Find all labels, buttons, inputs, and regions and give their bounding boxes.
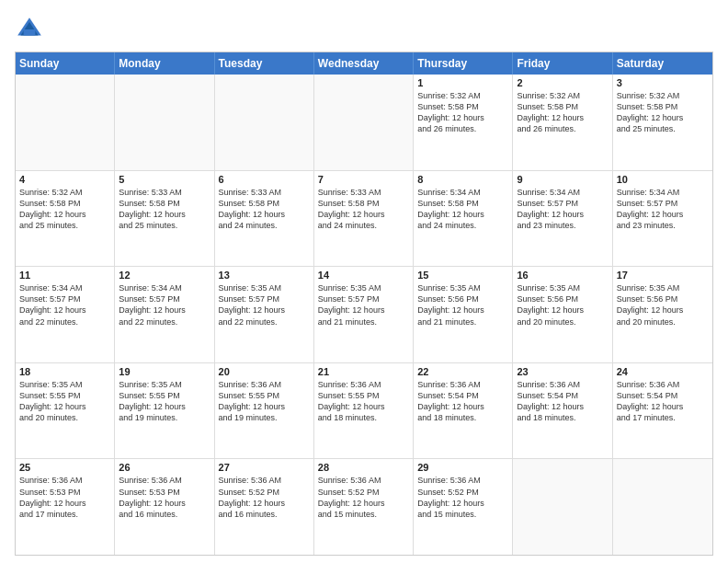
day-info: Sunrise: 5:36 AM Sunset: 5:53 PM Dayligh… bbox=[119, 475, 210, 520]
calendar-body: 1Sunrise: 5:32 AM Sunset: 5:58 PM Daylig… bbox=[16, 75, 712, 555]
day-number: 2 bbox=[517, 77, 608, 88]
weekday-header: Friday bbox=[513, 52, 612, 75]
day-info: Sunrise: 5:34 AM Sunset: 5:57 PM Dayligh… bbox=[119, 282, 210, 327]
calendar-day-cell: 11Sunrise: 5:34 AM Sunset: 5:57 PM Dayli… bbox=[16, 267, 115, 362]
weekday-header: Tuesday bbox=[215, 52, 314, 75]
day-number: 3 bbox=[617, 77, 709, 88]
day-number: 11 bbox=[19, 270, 110, 281]
day-info: Sunrise: 5:34 AM Sunset: 5:57 PM Dayligh… bbox=[19, 282, 110, 327]
day-info: Sunrise: 5:34 AM Sunset: 5:58 PM Dayligh… bbox=[417, 187, 508, 232]
day-info: Sunrise: 5:35 AM Sunset: 5:56 PM Dayligh… bbox=[617, 282, 709, 327]
svg-rect-2 bbox=[24, 29, 36, 35]
day-number: 28 bbox=[318, 462, 409, 473]
day-number: 10 bbox=[617, 174, 709, 185]
calendar-day-cell: 2Sunrise: 5:32 AM Sunset: 5:58 PM Daylig… bbox=[513, 75, 612, 170]
calendar-row: 1Sunrise: 5:32 AM Sunset: 5:58 PM Daylig… bbox=[16, 75, 712, 170]
calendar-day-cell: 17Sunrise: 5:35 AM Sunset: 5:56 PM Dayli… bbox=[613, 267, 712, 362]
day-info: Sunrise: 5:36 AM Sunset: 5:54 PM Dayligh… bbox=[617, 379, 709, 424]
day-number: 21 bbox=[318, 366, 409, 377]
weekday-header: Saturday bbox=[613, 52, 712, 75]
calendar-day-cell: 10Sunrise: 5:34 AM Sunset: 5:57 PM Dayli… bbox=[613, 171, 712, 267]
calendar-empty-cell bbox=[215, 75, 314, 170]
day-number: 15 bbox=[417, 270, 508, 281]
day-number: 14 bbox=[318, 270, 409, 281]
calendar-day-cell: 25Sunrise: 5:36 AM Sunset: 5:53 PM Dayli… bbox=[16, 459, 115, 555]
calendar-day-cell: 24Sunrise: 5:36 AM Sunset: 5:54 PM Dayli… bbox=[613, 363, 712, 459]
day-info: Sunrise: 5:33 AM Sunset: 5:58 PM Dayligh… bbox=[318, 187, 409, 232]
calendar-row: 25Sunrise: 5:36 AM Sunset: 5:53 PM Dayli… bbox=[16, 458, 712, 555]
weekday-header: Thursday bbox=[414, 52, 513, 75]
day-number: 29 bbox=[417, 462, 508, 473]
calendar-empty-cell bbox=[314, 75, 414, 170]
calendar-row: 18Sunrise: 5:35 AM Sunset: 5:55 PM Dayli… bbox=[16, 362, 712, 459]
day-info: Sunrise: 5:36 AM Sunset: 5:52 PM Dayligh… bbox=[318, 475, 409, 520]
day-number: 23 bbox=[517, 366, 608, 377]
calendar-day-cell: 28Sunrise: 5:36 AM Sunset: 5:52 PM Dayli… bbox=[314, 459, 414, 555]
day-info: Sunrise: 5:36 AM Sunset: 5:53 PM Dayligh… bbox=[19, 475, 110, 520]
day-number: 19 bbox=[119, 366, 210, 377]
calendar-day-cell: 22Sunrise: 5:36 AM Sunset: 5:54 PM Dayli… bbox=[414, 363, 513, 459]
day-number: 20 bbox=[219, 366, 310, 377]
calendar-day-cell: 23Sunrise: 5:36 AM Sunset: 5:54 PM Dayli… bbox=[513, 363, 612, 459]
weekday-header: Monday bbox=[115, 52, 214, 75]
calendar-day-cell: 20Sunrise: 5:36 AM Sunset: 5:55 PM Dayli… bbox=[215, 363, 314, 459]
day-number: 6 bbox=[219, 174, 310, 185]
day-info: Sunrise: 5:32 AM Sunset: 5:58 PM Dayligh… bbox=[517, 90, 608, 135]
day-info: Sunrise: 5:33 AM Sunset: 5:58 PM Dayligh… bbox=[219, 187, 310, 232]
day-number: 22 bbox=[417, 366, 508, 377]
day-number: 16 bbox=[517, 270, 608, 281]
calendar-day-cell: 16Sunrise: 5:35 AM Sunset: 5:56 PM Dayli… bbox=[513, 267, 612, 362]
calendar-day-cell: 15Sunrise: 5:35 AM Sunset: 5:56 PM Dayli… bbox=[414, 267, 513, 362]
day-number: 13 bbox=[219, 270, 310, 281]
calendar-day-cell: 13Sunrise: 5:35 AM Sunset: 5:57 PM Dayli… bbox=[215, 267, 314, 362]
page: SundayMondayTuesdayWednesdayThursdayFrid… bbox=[0, 0, 728, 563]
calendar-empty-cell bbox=[613, 459, 712, 555]
calendar-day-cell: 8Sunrise: 5:34 AM Sunset: 5:58 PM Daylig… bbox=[414, 171, 513, 267]
weekday-header: Wednesday bbox=[314, 52, 414, 75]
day-info: Sunrise: 5:32 AM Sunset: 5:58 PM Dayligh… bbox=[417, 90, 508, 135]
day-info: Sunrise: 5:36 AM Sunset: 5:54 PM Dayligh… bbox=[517, 379, 608, 424]
day-number: 24 bbox=[617, 366, 709, 377]
calendar-day-cell: 4Sunrise: 5:32 AM Sunset: 5:58 PM Daylig… bbox=[16, 171, 115, 267]
calendar-day-cell: 26Sunrise: 5:36 AM Sunset: 5:53 PM Dayli… bbox=[115, 459, 214, 555]
calendar-header: SundayMondayTuesdayWednesdayThursdayFrid… bbox=[16, 52, 712, 75]
day-number: 4 bbox=[19, 174, 110, 185]
day-info: Sunrise: 5:32 AM Sunset: 5:58 PM Dayligh… bbox=[19, 187, 110, 232]
logo bbox=[15, 15, 48, 44]
day-info: Sunrise: 5:35 AM Sunset: 5:55 PM Dayligh… bbox=[19, 379, 110, 424]
calendar-day-cell: 9Sunrise: 5:34 AM Sunset: 5:57 PM Daylig… bbox=[513, 171, 612, 267]
day-number: 25 bbox=[19, 462, 110, 473]
day-number: 9 bbox=[517, 174, 608, 185]
calendar-day-cell: 29Sunrise: 5:36 AM Sunset: 5:52 PM Dayli… bbox=[414, 459, 513, 555]
calendar-day-cell: 6Sunrise: 5:33 AM Sunset: 5:58 PM Daylig… bbox=[215, 171, 314, 267]
day-info: Sunrise: 5:36 AM Sunset: 5:55 PM Dayligh… bbox=[318, 379, 409, 424]
day-number: 1 bbox=[417, 77, 508, 88]
day-info: Sunrise: 5:35 AM Sunset: 5:56 PM Dayligh… bbox=[517, 282, 608, 327]
calendar-day-cell: 21Sunrise: 5:36 AM Sunset: 5:55 PM Dayli… bbox=[314, 363, 414, 459]
day-number: 7 bbox=[318, 174, 409, 185]
day-info: Sunrise: 5:36 AM Sunset: 5:55 PM Dayligh… bbox=[219, 379, 310, 424]
day-info: Sunrise: 5:36 AM Sunset: 5:52 PM Dayligh… bbox=[417, 475, 508, 520]
weekday-header: Sunday bbox=[16, 52, 115, 75]
day-info: Sunrise: 5:36 AM Sunset: 5:52 PM Dayligh… bbox=[219, 475, 310, 520]
day-info: Sunrise: 5:35 AM Sunset: 5:57 PM Dayligh… bbox=[219, 282, 310, 327]
calendar-row: 11Sunrise: 5:34 AM Sunset: 5:57 PM Dayli… bbox=[16, 266, 712, 362]
day-number: 8 bbox=[417, 174, 508, 185]
day-number: 5 bbox=[119, 174, 210, 185]
day-info: Sunrise: 5:35 AM Sunset: 5:55 PM Dayligh… bbox=[119, 379, 210, 424]
day-number: 27 bbox=[219, 462, 310, 473]
day-number: 12 bbox=[119, 270, 210, 281]
logo-icon bbox=[15, 15, 44, 44]
calendar-day-cell: 7Sunrise: 5:33 AM Sunset: 5:58 PM Daylig… bbox=[314, 171, 414, 267]
header bbox=[15, 15, 713, 44]
calendar-empty-cell bbox=[16, 75, 115, 170]
day-number: 18 bbox=[19, 366, 110, 377]
calendar-day-cell: 12Sunrise: 5:34 AM Sunset: 5:57 PM Dayli… bbox=[115, 267, 214, 362]
calendar: SundayMondayTuesdayWednesdayThursdayFrid… bbox=[15, 52, 713, 556]
calendar-day-cell: 27Sunrise: 5:36 AM Sunset: 5:52 PM Dayli… bbox=[215, 459, 314, 555]
calendar-day-cell: 5Sunrise: 5:33 AM Sunset: 5:58 PM Daylig… bbox=[115, 171, 214, 267]
calendar-day-cell: 14Sunrise: 5:35 AM Sunset: 5:57 PM Dayli… bbox=[314, 267, 414, 362]
day-info: Sunrise: 5:35 AM Sunset: 5:57 PM Dayligh… bbox=[318, 282, 409, 327]
calendar-day-cell: 3Sunrise: 5:32 AM Sunset: 5:58 PM Daylig… bbox=[613, 75, 712, 170]
calendar-empty-cell bbox=[513, 459, 612, 555]
